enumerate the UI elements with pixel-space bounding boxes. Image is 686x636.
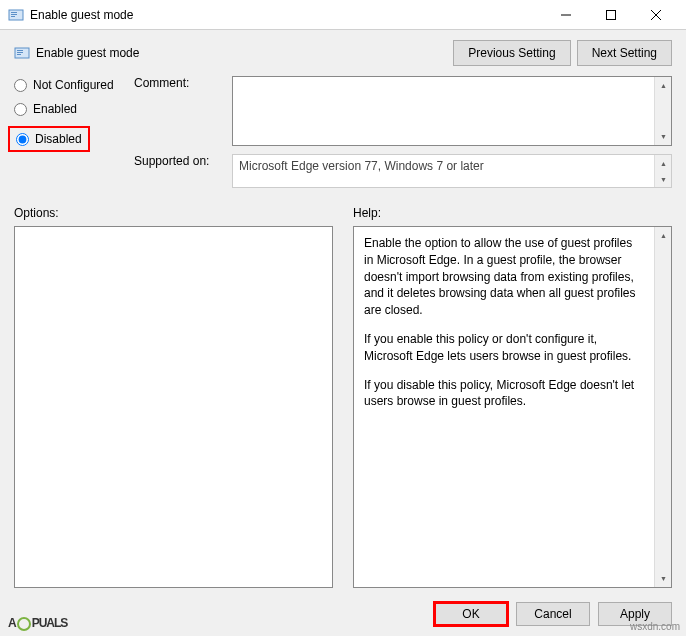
help-paragraph: Enable the option to allow the use of gu… — [364, 235, 644, 319]
maximize-button[interactable] — [588, 1, 633, 29]
supported-scrollbar[interactable]: ▲ ▼ — [654, 155, 671, 187]
disabled-label: Disabled — [35, 132, 82, 146]
policy-name: Enable guest mode — [36, 46, 447, 60]
svg-rect-5 — [606, 10, 615, 19]
scroll-down-icon[interactable]: ▼ — [655, 171, 672, 187]
state-radio-group: Not Configured Enabled Disabled — [14, 76, 134, 152]
help-scrollbar[interactable]: ▲ ▼ — [654, 227, 671, 587]
help-panel: Enable the option to allow the use of gu… — [354, 227, 654, 587]
logo-circle-icon — [17, 617, 31, 631]
options-panel — [14, 226, 333, 588]
svg-rect-1 — [11, 12, 17, 13]
enabled-radio-input[interactable] — [14, 103, 27, 116]
not-configured-label: Not Configured — [33, 78, 114, 92]
help-paragraph: If you disable this policy, Microsoft Ed… — [364, 377, 644, 411]
options-label: Options: — [14, 206, 333, 220]
comment-textarea[interactable] — [233, 77, 654, 145]
titlebar: Enable guest mode — [0, 0, 686, 30]
appuals-logo: APUALS — [8, 616, 67, 630]
comment-scrollbar[interactable]: ▲ ▼ — [654, 77, 671, 145]
svg-rect-9 — [17, 50, 23, 51]
svg-rect-10 — [17, 52, 23, 53]
scroll-down-icon[interactable]: ▼ — [655, 570, 672, 587]
close-button[interactable] — [633, 1, 678, 29]
supported-on-label: Supported on: — [134, 154, 224, 168]
next-setting-button[interactable]: Next Setting — [577, 40, 672, 66]
svg-rect-11 — [17, 54, 21, 55]
not-configured-radio[interactable]: Not Configured — [14, 78, 134, 92]
policy-icon — [14, 45, 30, 61]
help-paragraph: If you enable this policy or don't confi… — [364, 331, 644, 365]
svg-rect-2 — [11, 14, 17, 15]
supported-on-value: Microsoft Edge version 77, Windows 7 or … — [233, 155, 654, 187]
help-label: Help: — [353, 206, 672, 220]
enabled-radio[interactable]: Enabled — [14, 102, 134, 116]
policy-icon — [8, 7, 24, 23]
ok-button[interactable]: OK — [434, 602, 508, 626]
enabled-label: Enabled — [33, 102, 77, 116]
previous-setting-button[interactable]: Previous Setting — [453, 40, 570, 66]
disabled-radio-input[interactable] — [16, 133, 29, 146]
scroll-up-icon[interactable]: ▲ — [655, 227, 672, 244]
scroll-up-icon[interactable]: ▲ — [655, 155, 672, 171]
scroll-up-icon[interactable]: ▲ — [655, 77, 672, 94]
minimize-button[interactable] — [543, 1, 588, 29]
scroll-down-icon[interactable]: ▼ — [655, 128, 672, 145]
comment-label: Comment: — [134, 76, 224, 90]
watermark-text: wsxdn.com — [630, 621, 680, 632]
cancel-button[interactable]: Cancel — [516, 602, 590, 626]
not-configured-radio-input[interactable] — [14, 79, 27, 92]
disabled-radio[interactable]: Disabled — [8, 126, 90, 152]
svg-rect-3 — [11, 16, 15, 17]
window-title: Enable guest mode — [30, 8, 543, 22]
